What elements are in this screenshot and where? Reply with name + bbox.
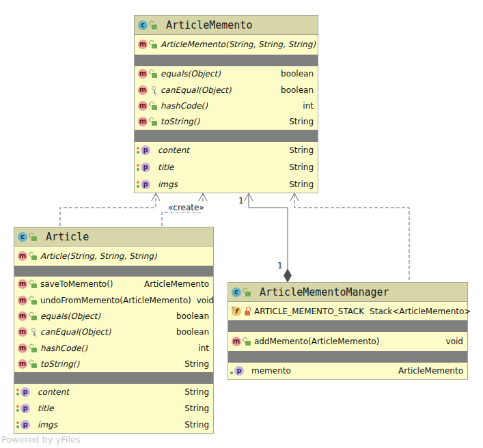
property-row[interactable]: p imgs String [135, 176, 318, 193]
property-name: memento [251, 366, 291, 376]
property-row[interactable]: p title String [135, 159, 318, 176]
method-icon: m [18, 311, 27, 321]
method-icon: m [18, 279, 27, 289]
method-row[interactable]: m canEqual(Object) boolean [135, 82, 318, 98]
compartment-separator [14, 266, 213, 277]
method-return-type: int [297, 101, 314, 111]
method-name: undoFromMemento(ArticleMemento) [40, 296, 191, 305]
class-header[interactable]: c ArticleMementoManager [228, 283, 467, 302]
public-lock-icon [30, 232, 38, 242]
field-type: Stack<ArticleMemento> [364, 307, 471, 316]
dependency-edge-manager-to-memento[interactable] [294, 195, 409, 281]
method-name: addMemento(ArticleMemento) [254, 337, 379, 346]
method-row[interactable]: m toString() String [14, 356, 213, 372]
constructor-row[interactable]: m ArticleMemento(String, String, String) [135, 35, 318, 55]
method-icon: m [232, 337, 241, 346]
public-lock-icon [30, 296, 38, 305]
property-name: title [38, 404, 53, 413]
class-icon: c [138, 20, 148, 30]
class-icon: c [232, 288, 241, 297]
method-row[interactable]: m canEqual(Object) boolean [14, 324, 213, 340]
composition-edge-manager-to-memento[interactable] [249, 195, 288, 270]
method-name: equals(Object) [40, 311, 100, 321]
public-lock-icon [244, 288, 251, 297]
compartment-separator [135, 130, 318, 142]
field-row[interactable]: f ARTICLE_MEMENTO_STACK Stack<ArticleMem… [228, 302, 467, 320]
method-name: hashCode() [161, 101, 208, 111]
method-icon: m [138, 40, 148, 49]
property-row[interactable]: p content String [135, 142, 318, 159]
method-row[interactable]: m undoFromMemento(ArticleMemento) void [14, 292, 213, 308]
class-header[interactable]: c Article [14, 227, 213, 247]
method-row[interactable]: m hashCode() int [135, 98, 318, 113]
method-return-type: int [193, 344, 209, 353]
public-lock-icon [30, 251, 38, 261]
compartment-separator [228, 351, 467, 363]
getter-setter-dots-icon [16, 405, 20, 412]
property-type: String [179, 420, 209, 430]
create-stereotype-label: «create» [167, 203, 206, 212]
method-icon: m [18, 327, 27, 337]
public-lock-icon [150, 101, 158, 111]
method-name: canEqual(Object) [161, 85, 232, 95]
method-icon: m [18, 296, 27, 305]
class-header[interactable]: c ArticleMemento [135, 16, 318, 35]
class-box-article-memento[interactable]: c ArticleMemento m ArticleMemento(String… [134, 15, 318, 193]
property-name: content [158, 145, 189, 155]
property-name: title [158, 163, 174, 172]
property-type: ArticleMemento [393, 366, 463, 376]
class-title: ArticleMementoManager [260, 286, 389, 298]
property-name: imgs [158, 180, 178, 189]
composition-diamond [284, 269, 292, 282]
method-row[interactable]: m toString() String [135, 114, 318, 130]
method-icon: m [138, 69, 148, 79]
method-row[interactable]: m hashCode() int [14, 340, 213, 356]
property-icon: p [20, 404, 30, 413]
property-type: String [179, 404, 209, 413]
class-box-article-memento-manager[interactable]: c ArticleMementoManager f ARTICLE_MEMENT… [227, 282, 468, 380]
method-row[interactable]: m addMemento(ArticleMemento) void [228, 332, 467, 350]
multiplicity-label-manager-end: 1 [277, 261, 283, 270]
getter-setter-dots-icon [137, 181, 140, 188]
field-name: ARTICLE_MEMENTO_STACK [254, 307, 364, 316]
method-row[interactable]: m saveToMemento() ArticleMemento [14, 277, 213, 292]
public-lock-icon [150, 40, 158, 49]
property-row[interactable]: p imgs String [14, 417, 213, 433]
property-type: String [284, 145, 314, 155]
method-icon: m [138, 101, 148, 111]
public-lock-icon [150, 117, 158, 126]
property-row[interactable]: p memento ArticleMemento [228, 363, 467, 379]
uml-diagram-canvas: «create» 1 1 c ArticleMemento m ArticleM… [0, 0, 483, 448]
constructor-row[interactable]: m Article(String, String, String) [14, 247, 213, 266]
property-row[interactable]: p title String [14, 400, 213, 417]
method-return-type: ArticleMemento [139, 279, 209, 289]
method-return-type: void [191, 296, 214, 305]
method-name: saveToMemento() [40, 279, 113, 289]
public-lock-icon [150, 69, 158, 79]
public-lock-icon [244, 337, 251, 346]
constructor-name: ArticleMemento(String, String, String) [161, 40, 316, 49]
method-return-type: boolean [171, 311, 209, 321]
property-type: String [179, 387, 209, 397]
method-name: hashCode() [40, 344, 87, 353]
protected-key-icon [30, 327, 38, 337]
property-row[interactable]: p content String [14, 384, 213, 400]
method-icon: m [138, 85, 148, 95]
property-icon: p [141, 145, 150, 155]
protected-key-icon [150, 85, 158, 95]
property-icon: p [20, 420, 30, 430]
static-field-icon: f [232, 307, 241, 316]
method-return-type: boolean [275, 69, 314, 79]
getter-setter-dots-icon [137, 147, 140, 154]
compartment-separator [135, 55, 318, 66]
method-name: toString() [40, 359, 79, 369]
public-lock-icon [30, 311, 38, 321]
method-row[interactable]: m equals(Object) boolean [135, 66, 318, 82]
class-box-article[interactable]: c Article m Article(String, String, Stri… [14, 227, 214, 434]
setter-dot-icon [230, 367, 234, 374]
dependency-edge-article-to-memento[interactable] [60, 195, 156, 226]
property-icon: p [141, 180, 150, 189]
method-row[interactable]: m equals(Object) boolean [14, 308, 213, 324]
private-lock-icon [244, 307, 251, 316]
public-lock-icon [30, 359, 38, 369]
